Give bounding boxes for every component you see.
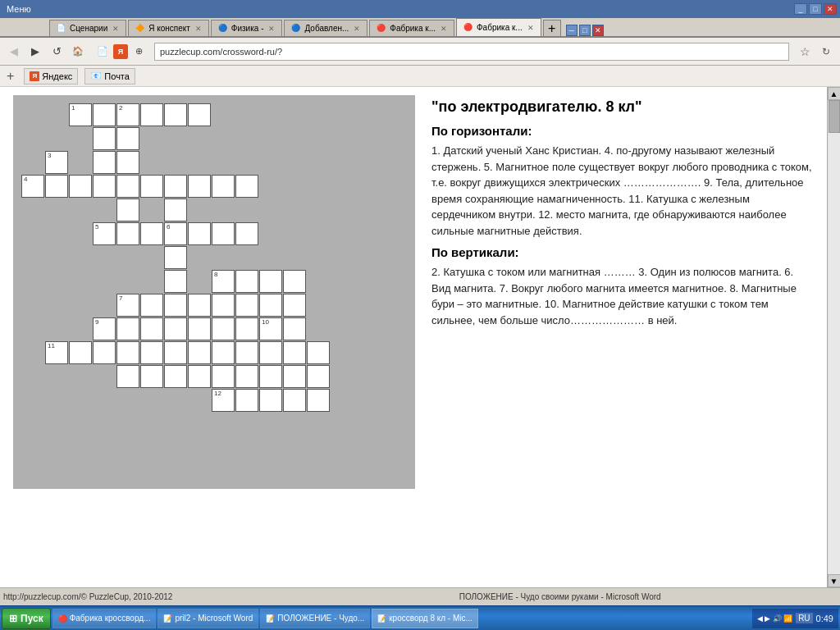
cell-1-5[interactable]: [140, 103, 163, 126]
cell-5-3[interactable]: 5: [93, 222, 116, 245]
cell-8-8[interactable]: [235, 270, 258, 293]
cell-9-7[interactable]: [188, 317, 211, 340]
scroll-thumb[interactable]: [829, 100, 840, 133]
cell-ex-3[interactable]: [259, 294, 282, 317]
cell-11-9[interactable]: [235, 341, 258, 364]
add-bookmark-button[interactable]: +: [7, 69, 14, 84]
cell-r12-4[interactable]: [116, 365, 139, 388]
cell-v4-3[interactable]: [116, 199, 139, 221]
cell-11-1[interactable]: 11: [45, 341, 68, 364]
cell-4-6[interactable]: [164, 175, 187, 198]
cell-12-8[interactable]: [235, 389, 258, 412]
scroll-down-button[interactable]: ▼: [828, 574, 841, 587]
cell-5-5[interactable]: [140, 222, 163, 245]
cell-5-9[interactable]: [235, 222, 258, 245]
cell-v6-2[interactable]: [164, 246, 187, 269]
close-button[interactable]: ✕: [824, 3, 837, 15]
cell-r12-8[interactable]: [212, 365, 235, 388]
cell-9-3[interactable]: 9: [93, 317, 116, 340]
maximize-button[interactable]: □: [809, 3, 822, 15]
taskbar-pril2[interactable]: 📝 pril2 - Microsoft Word: [158, 609, 258, 628]
cell-r12-7[interactable]: [188, 365, 211, 388]
cell-9-8[interactable]: [212, 317, 235, 340]
tab-konspect[interactable]: 🔶 Я конспект ✕: [128, 20, 209, 36]
cell-ex-2[interactable]: [235, 317, 258, 340]
cell-8-9[interactable]: [259, 270, 282, 293]
cell-4-4[interactable]: [116, 175, 139, 198]
cell-1-3[interactable]: [93, 103, 116, 126]
tab-minimize[interactable]: ─: [566, 25, 578, 36]
cell-11-4[interactable]: [116, 341, 139, 364]
cell-7-7[interactable]: [188, 294, 211, 317]
cell-11-12[interactable]: [307, 341, 330, 364]
cell-9-4[interactable]: [116, 317, 139, 340]
back-button[interactable]: ◀: [5, 43, 23, 61]
tab-fabrika2[interactable]: 🔴 Фабрика к... ✕: [456, 18, 541, 36]
cell-5-7[interactable]: [188, 222, 211, 245]
new-tab-button[interactable]: +: [543, 20, 561, 36]
home-button[interactable]: 🏠: [69, 43, 87, 61]
cell-4-8[interactable]: [212, 175, 235, 198]
cell-r12-10[interactable]: [259, 365, 282, 388]
taskbar-krossword[interactable]: 📝 кроссворд 8 кл - Mic...: [372, 609, 478, 628]
scroll-track[interactable]: [829, 100, 840, 574]
cell-3-1[interactable]: 3: [45, 151, 68, 174]
tab-close-2[interactable]: ✕: [268, 25, 275, 33]
reload-button[interactable]: ↺: [48, 43, 66, 61]
scroll-up-button[interactable]: ▲: [828, 87, 841, 100]
tab-close-1[interactable]: ✕: [195, 25, 202, 33]
cell-r12-6[interactable]: [164, 365, 187, 388]
cell-3-2[interactable]: [93, 151, 116, 174]
cell-5-4[interactable]: [116, 222, 139, 245]
cell-9-5[interactable]: [140, 317, 163, 340]
cell-8-7[interactable]: 8: [212, 270, 235, 293]
cell-1-2[interactable]: 1: [69, 103, 92, 126]
cell-v4-2[interactable]: [116, 151, 139, 174]
tab-close-3[interactable]: ✕: [354, 25, 360, 33]
cell-5-8[interactable]: [212, 222, 235, 245]
cell-11-8[interactable]: [212, 341, 235, 364]
cell-v4-1[interactable]: [116, 127, 139, 150]
cell-7-6[interactable]: [164, 294, 187, 317]
tab-fizika[interactable]: 🔵 Физика - ✕: [211, 20, 283, 36]
tab-dobavlen[interactable]: 🔵 Добавлен... ✕: [284, 20, 368, 36]
cell-4-9[interactable]: [235, 175, 258, 198]
taskbar-polozhenie[interactable]: 📝 ПОЛОЖЕНИЕ - Чудо...: [260, 609, 370, 628]
tab-close-5[interactable]: ✕: [527, 24, 534, 32]
cell-10-10[interactable]: [283, 317, 306, 340]
minimize-button[interactable]: _: [794, 3, 807, 15]
cell-12-10[interactable]: [283, 389, 306, 412]
cell-ex-1[interactable]: [235, 294, 258, 317]
cell-1-7[interactable]: [188, 103, 211, 126]
cell-1-4[interactable]: 2: [116, 103, 139, 126]
start-button[interactable]: ⊞ Пуск: [2, 608, 51, 629]
cell-8-10[interactable]: [283, 270, 306, 293]
refresh-icon[interactable]: ↻: [817, 43, 835, 61]
tab-close-window[interactable]: ✕: [592, 25, 604, 36]
cell-4-2[interactable]: [69, 175, 92, 198]
bookmark-star-icon[interactable]: ☆: [796, 43, 814, 61]
cell-11-6[interactable]: [164, 341, 187, 364]
tab-fabrika1[interactable]: 🔴 Фабрика к... ✕: [369, 20, 454, 36]
tab-close-0[interactable]: ✕: [112, 25, 119, 33]
bookmark-pochta[interactable]: 📧 Почта: [84, 68, 135, 84]
menu-label[interactable]: Меню: [3, 4, 34, 14]
tab-restore[interactable]: □: [579, 25, 591, 36]
taskbar-fabrika[interactable]: 🔴 Фабрика кроссворд...: [52, 609, 157, 628]
bookmark-yandex[interactable]: Я Яндекс: [24, 68, 78, 84]
cell-v6-1[interactable]: [164, 199, 187, 221]
cell-v6-3[interactable]: [164, 270, 187, 293]
cell-r12-9[interactable]: [235, 365, 258, 388]
cell-ex-4[interactable]: [283, 294, 306, 317]
cell-11-3[interactable]: [93, 341, 116, 364]
cell-4-5[interactable]: [140, 175, 163, 198]
cell-4-3a[interactable]: [93, 175, 116, 198]
cell-v8-a[interactable]: [212, 294, 235, 317]
cell-4-0[interactable]: 4: [21, 175, 44, 198]
cell-5-6[interactable]: 6: [164, 222, 187, 245]
cell-11-7[interactable]: [188, 341, 211, 364]
cell-9-6[interactable]: [164, 317, 187, 340]
cell-12-11[interactable]: [307, 389, 330, 412]
cell-r12-5[interactable]: [140, 365, 163, 388]
cell-10-9[interactable]: 10: [259, 317, 282, 340]
